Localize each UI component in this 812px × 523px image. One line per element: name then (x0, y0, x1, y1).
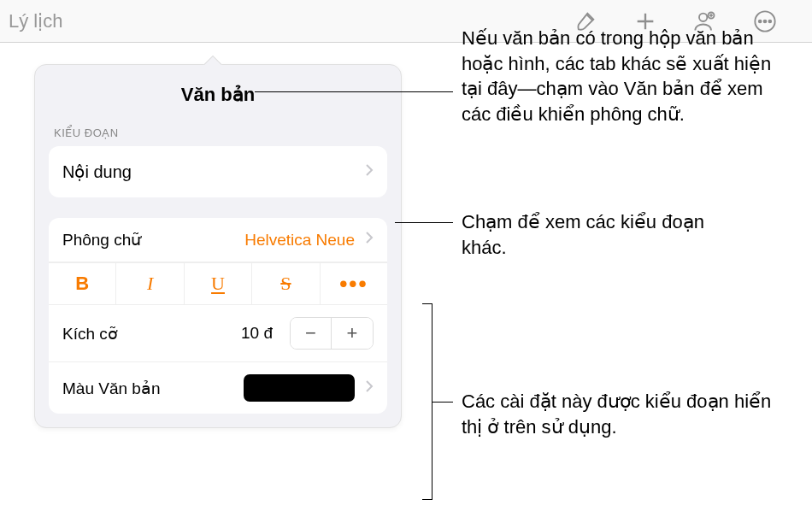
svg-point-4 (764, 20, 767, 22)
leader-line (395, 222, 453, 223)
underline-button[interactable]: U (185, 263, 252, 304)
text-tab-button[interactable]: Văn bản (49, 79, 387, 118)
paragraph-style-selector[interactable]: Nội dung (49, 146, 387, 197)
svg-point-0 (699, 13, 707, 21)
size-decrease-button[interactable]: − (291, 318, 332, 349)
paragraph-style-value: Nội dung (62, 162, 132, 182)
popover-arrow (202, 55, 222, 65)
leader-line (255, 91, 453, 92)
callout-settings: Các cài đặt này được kiểu đoạn hiển thị … (462, 389, 795, 439)
font-value: Helvetica Neue (244, 231, 355, 250)
chevron-right-icon (365, 163, 374, 181)
size-row: Kích cỡ 10 đ − + (49, 305, 387, 362)
chevron-right-icon (365, 379, 374, 397)
paragraph-style-label: KIỂU ĐOẠN (54, 126, 382, 139)
document-title: Lý lịch (9, 10, 62, 32)
format-segmented-control: B I U S ••• (49, 262, 387, 305)
size-value: 10 đ (241, 324, 273, 343)
text-color-row[interactable]: Màu Văn bản (49, 362, 387, 414)
size-increase-button[interactable]: + (332, 318, 373, 349)
text-color-label: Màu Văn bản (62, 379, 160, 398)
font-label: Phông chữ (62, 230, 141, 250)
size-label: Kích cỡ (62, 324, 118, 344)
color-swatch[interactable] (244, 374, 355, 402)
italic-button[interactable]: I (116, 263, 184, 304)
callout-text-tab: Nếu văn bản có trong hộp văn bản hoặc hì… (462, 26, 786, 127)
callout-paragraph-style: Chạm để xem các kiểu đoạn khác. (462, 209, 709, 260)
more-format-button[interactable]: ••• (321, 263, 387, 304)
font-row[interactable]: Phông chữ Helvetica Neue (49, 218, 387, 262)
format-popover: Văn bản KIỂU ĐOẠN Nội dung Phông chữ Hel… (34, 64, 402, 428)
bold-button[interactable]: B (49, 263, 116, 304)
svg-point-3 (759, 20, 762, 22)
size-stepper: − + (290, 317, 374, 350)
chevron-right-icon (365, 231, 374, 249)
bracket (422, 303, 432, 500)
font-settings-group: Phông chữ Helvetica Neue B I U S ••• Kíc… (49, 218, 387, 414)
leader-line (432, 402, 453, 403)
strikethrough-button[interactable]: S (252, 263, 320, 304)
svg-point-5 (768, 20, 771, 22)
